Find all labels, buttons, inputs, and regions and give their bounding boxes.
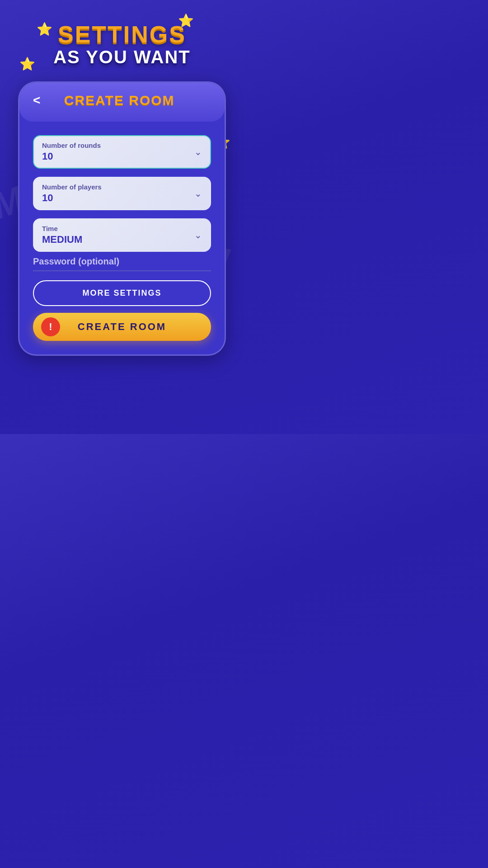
players-label: Number of players <box>42 183 202 191</box>
page-header: SETTINGS AS YOU WANT <box>53 23 191 68</box>
rounds-chevron-icon: ⌄ <box>194 146 202 157</box>
warning-icon: ! <box>41 317 60 336</box>
players-value: 10 <box>42 192 202 204</box>
time-label: Time <box>42 225 202 232</box>
time-value: MEDIUM <box>42 234 202 245</box>
title-sub: AS YOU WANT <box>53 46 191 68</box>
star-decoration-3: ⭐ <box>19 57 35 71</box>
time-dropdown[interactable]: Time MEDIUM ⌄ <box>33 218 211 252</box>
password-label: Password (optional) <box>33 256 211 267</box>
password-input-line[interactable] <box>33 270 211 271</box>
card-title: CREATE ROOM <box>40 93 198 108</box>
back-button[interactable]: < <box>33 93 40 108</box>
star-decoration-1: ⭐ <box>37 22 52 37</box>
title-settings: SETTINGS <box>53 23 191 46</box>
create-room-label: CREATE ROOM <box>78 321 166 333</box>
players-chevron-icon: ⌄ <box>194 188 202 199</box>
rounds-value: 10 <box>42 151 202 162</box>
rounds-dropdown[interactable]: Number of rounds 10 ⌄ <box>33 135 211 169</box>
create-room-button[interactable]: ! CREATE ROOM <box>33 313 211 341</box>
card-body: Number of rounds 10 ⌄ Number of players … <box>19 122 225 252</box>
players-dropdown[interactable]: Number of players 10 ⌄ <box>33 177 211 210</box>
card-header: < CREATE ROOM <box>19 83 225 122</box>
rounds-label: Number of rounds <box>42 142 202 149</box>
main-card: < CREATE ROOM Number of rounds 10 ⌄ Numb… <box>18 81 226 356</box>
password-section: Password (optional) <box>19 256 225 271</box>
time-chevron-icon: ⌄ <box>194 230 202 241</box>
more-settings-button[interactable]: MORE SETTINGS <box>33 280 211 306</box>
